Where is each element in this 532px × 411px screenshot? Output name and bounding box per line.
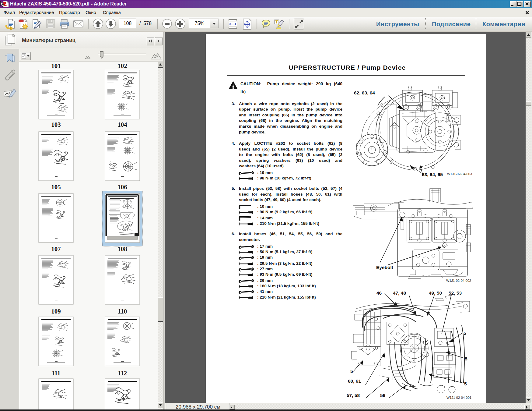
svg-text:112: 112 xyxy=(118,370,127,377)
svg-text:47, 48: 47, 48 xyxy=(393,290,406,296)
svg-text:62, 63, 64: 62, 63, 64 xyxy=(354,90,375,95)
svg-text:52, 53: 52, 53 xyxy=(449,290,462,296)
svg-text:Eyebolt: Eyebolt xyxy=(376,265,393,270)
svg-text:5: 5 xyxy=(464,381,467,386)
svg-text:5: 5 xyxy=(350,369,353,374)
svg-text:W1J1-02-04-002: W1J1-02-04-002 xyxy=(446,279,471,282)
svg-text:56: 56 xyxy=(380,393,386,398)
svg-text:46: 46 xyxy=(376,290,382,296)
svg-text:107: 107 xyxy=(51,245,61,253)
svg-text:5: 5 xyxy=(465,356,467,361)
svg-text:57, 58: 57, 58 xyxy=(347,393,360,398)
svg-text:W1J1-02-04-003: W1J1-02-04-003 xyxy=(447,172,472,176)
svg-text:104: 104 xyxy=(117,121,127,128)
svg-text:106: 106 xyxy=(117,183,127,191)
svg-text:110: 110 xyxy=(118,308,127,315)
svg-text:108: 108 xyxy=(117,245,127,253)
svg-text:60, 61: 60, 61 xyxy=(348,378,361,384)
svg-text:109: 109 xyxy=(51,308,61,315)
svg-text:103: 103 xyxy=(51,121,61,128)
svg-text:49, 50: 49, 50 xyxy=(429,290,442,296)
svg-text:105: 105 xyxy=(51,183,61,191)
svg-text:5: 5 xyxy=(464,331,466,336)
svg-text:W1J1-02-04-001: W1J1-02-04-001 xyxy=(446,396,471,399)
svg-text:102: 102 xyxy=(117,62,127,69)
svg-text:101: 101 xyxy=(51,62,61,69)
svg-text:63, 64, 65: 63, 64, 65 xyxy=(422,172,443,177)
svg-text:111: 111 xyxy=(51,370,60,377)
